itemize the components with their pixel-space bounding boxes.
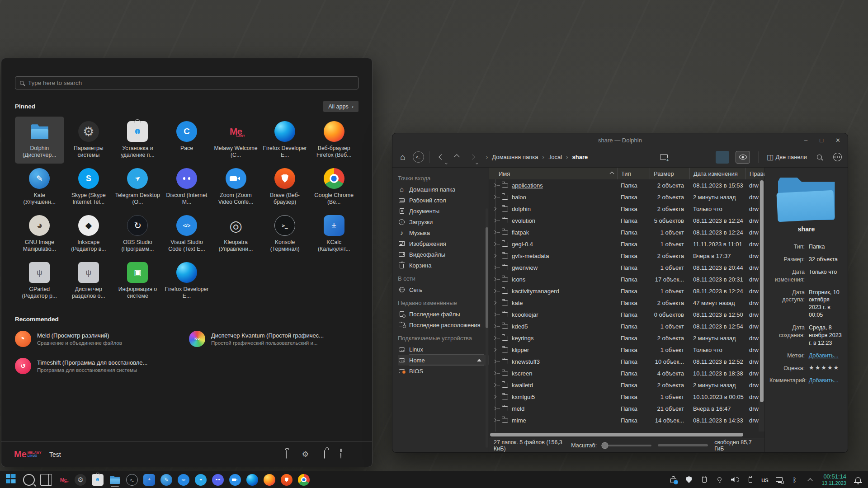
file-row[interactable]: baloo Папка 2 объекта 2 минуты назад drw xyxy=(489,191,764,203)
split-view-button[interactable]: Две панели xyxy=(767,150,807,164)
footer-action[interactable] xyxy=(324,450,325,459)
app-tile[interactable]: Skype (Skype Internet Tel... xyxy=(64,164,113,211)
column-header-date[interactable]: Дата изменения xyxy=(689,168,745,179)
tray-item[interactable] xyxy=(775,474,784,485)
app-tile[interactable]: Kate (Улучшенн... xyxy=(15,164,64,211)
app-tile[interactable]: Веб-браузер Firefox (Веб... xyxy=(309,117,359,164)
places-item[interactable]: Видеофайлы xyxy=(398,249,489,260)
app-tile[interactable]: Firefox Developer E... xyxy=(260,117,310,164)
eject-icon[interactable] xyxy=(477,359,481,361)
file-row[interactable]: applications Папка 2 объекта 08.11.2023 … xyxy=(489,179,764,191)
file-row[interactable]: knewstuff3 Папка 10 объек... 08.11.2023 … xyxy=(489,356,764,367)
app-tile[interactable]: Telegram Desktop (O... xyxy=(113,164,162,211)
file-row[interactable]: kactivitymanagerd Папка 1 объект 08.11.2… xyxy=(489,285,764,297)
file-row[interactable]: klipper Папка 1 объект Только что drw xyxy=(489,344,764,356)
places-scrollbar[interactable] xyxy=(486,208,488,448)
taskbar-item[interactable] xyxy=(297,473,310,487)
horizontal-scrollbar[interactable] xyxy=(489,432,764,438)
app-tile[interactable]: Google Chrome (Be... xyxy=(309,164,359,211)
tray-item[interactable] xyxy=(790,474,799,485)
notifications-button[interactable] xyxy=(854,474,863,485)
recommended-app[interactable]: Meld (Просмотр различий) Сравнение и объ… xyxy=(15,331,184,347)
places-item[interactable]: Корзина xyxy=(398,260,489,271)
app-tile[interactable]: Dolphin (Диспетчер... xyxy=(15,117,64,164)
taskbar-item[interactable] xyxy=(143,473,156,487)
file-row[interactable]: dolphin Папка 2 объекта Только что drw xyxy=(489,203,764,215)
taskbar-item[interactable] xyxy=(160,473,173,487)
keyboard-layout-indicator[interactable]: us xyxy=(761,476,769,483)
places-item[interactable]: Музыка xyxy=(398,227,489,238)
new-tab-button[interactable] xyxy=(658,150,670,164)
recommended-app[interactable]: Диспетчер Kvantum (Простой графичес... П… xyxy=(189,331,359,347)
taskbar-item[interactable] xyxy=(108,473,121,487)
overflow-menu-button[interactable] xyxy=(831,150,843,164)
app-tile[interactable]: Kleopatra (Управлени... xyxy=(211,211,260,258)
back-button[interactable] xyxy=(435,150,447,164)
add-tags-link[interactable]: Добавить... xyxy=(809,352,839,359)
file-row[interactable]: gvfs-metadata Папка 2 объекта Вчера в 17… xyxy=(489,250,764,262)
breadcrumb-home[interactable]: Домашняя папка xyxy=(492,154,538,160)
app-tile[interactable]: Firefox Developer E... xyxy=(162,258,212,305)
file-row[interactable]: kxmlgui5 Папка 1 объект 10.10.2023 в 00:… xyxy=(489,391,764,403)
file-row[interactable]: keyrings Папка 2 объекта 2 минуты назад … xyxy=(489,332,764,344)
details-view-button[interactable] xyxy=(716,151,729,164)
app-tile[interactable]: Установка и удаление п... xyxy=(113,117,162,164)
taskbar-item[interactable] xyxy=(246,473,259,487)
vertical-scrollbar[interactable] xyxy=(759,179,764,432)
taskbar-item[interactable] xyxy=(177,473,190,487)
places-item[interactable]: Изображения xyxy=(398,238,489,249)
places-item[interactable]: Последние файлы xyxy=(398,309,489,319)
footer-action[interactable] xyxy=(302,450,309,459)
column-header-size[interactable]: Размер xyxy=(650,168,689,179)
places-item[interactable]: Сеть xyxy=(398,284,489,295)
tray-item[interactable] xyxy=(746,474,755,485)
app-tile[interactable]: GNU Image Manipulatio... xyxy=(15,211,64,258)
taskbar-item[interactable] xyxy=(126,473,138,487)
all-apps-button[interactable]: All apps › xyxy=(323,101,359,112)
file-row[interactable]: kscreen Папка 4 объекта 10.11.2023 в 18:… xyxy=(489,367,764,379)
file-row[interactable]: icons Папка 17 объек... 08.11.2023 в 20:… xyxy=(489,273,764,285)
file-row[interactable]: flatpak Папка 1 объект 08.11.2023 в 12:2… xyxy=(489,226,764,238)
close-button[interactable]: ✕ xyxy=(835,137,840,143)
app-tile[interactable]: Melawy Welcome (C... xyxy=(211,117,260,164)
zoom-slider-knob[interactable] xyxy=(602,442,609,449)
file-row[interactable]: kcookiejar Папка 0 объектов 08.11.2023 в… xyxy=(489,309,764,320)
taskbar-item[interactable] xyxy=(212,473,224,487)
search-input[interactable]: Type here to search xyxy=(15,76,359,89)
find-button[interactable] xyxy=(813,150,825,164)
file-row[interactable]: meld Папка 21 объект Вчера в 16:47 drw xyxy=(489,403,764,414)
rating-stars[interactable]: ★★★★★ xyxy=(809,365,843,372)
home-button[interactable] xyxy=(397,150,409,164)
app-tile[interactable]: Konsole (Терминал) xyxy=(260,211,310,258)
taskbar-item[interactable] xyxy=(57,473,70,487)
file-row[interactable]: gwenview Папка 1 объект 08.11.2023 в 20:… xyxy=(489,262,764,273)
column-header-permissions[interactable]: Права xyxy=(745,168,764,179)
terminal-profile-button[interactable] xyxy=(412,150,424,164)
app-tile[interactable]: KCalc (Калькулят... xyxy=(309,211,359,258)
taskbar-item[interactable] xyxy=(194,473,207,487)
file-row[interactable]: evolution Папка 5 объектов 08.11.2023 в … xyxy=(489,215,764,226)
tray-item[interactable] xyxy=(806,474,815,485)
taskbar-item[interactable] xyxy=(40,473,52,487)
minimize-button[interactable]: – xyxy=(804,137,807,143)
breadcrumb-local[interactable]: .local xyxy=(548,154,562,160)
places-item[interactable]: Домашняя папка xyxy=(398,184,489,195)
device-item[interactable]: Home xyxy=(398,355,489,366)
footer-action[interactable] xyxy=(340,450,341,459)
taskbar-item[interactable] xyxy=(280,473,293,487)
taskbar-item[interactable] xyxy=(263,473,276,487)
file-row[interactable]: kate Папка 2 объекта 47 минут назад drw xyxy=(489,297,764,309)
tray-item[interactable] xyxy=(700,474,709,485)
tray-item[interactable] xyxy=(684,474,693,485)
places-item[interactable]: Рабочий стол xyxy=(398,195,489,206)
recommended-app[interactable]: Timeshift (Программа для восстановле... … xyxy=(15,358,184,374)
app-tile[interactable]: Zoom (Zoom Video Confe... xyxy=(211,164,260,211)
tray-item[interactable] xyxy=(731,474,740,485)
app-tile[interactable]: Inkscape (Редактор в... xyxy=(64,211,113,258)
app-tile[interactable]: Discord (Internet M... xyxy=(162,164,212,211)
app-tile[interactable]: Visual Studio Code (Text E... xyxy=(162,211,212,258)
places-item[interactable]: Документы xyxy=(398,206,489,216)
footer-action[interactable] xyxy=(286,450,287,459)
taskbar-item[interactable] xyxy=(5,473,18,487)
device-item[interactable]: BIOS xyxy=(398,366,489,376)
